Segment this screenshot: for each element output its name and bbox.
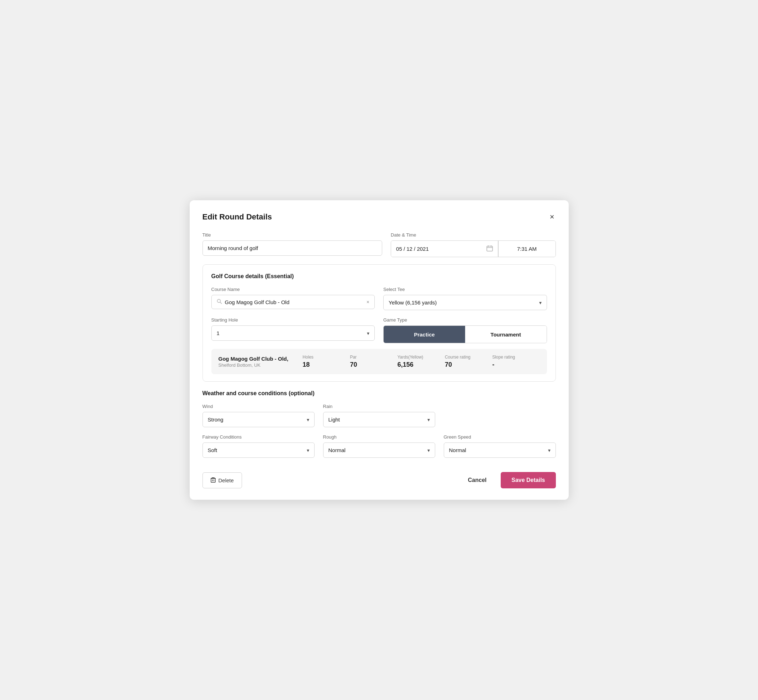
title-datetime-row: Title Date & Time 05 / 12 / 2021 — [202, 232, 556, 257]
green-speed-dropdown[interactable]: SlowNormalFast — [444, 443, 556, 458]
wind-dropdown[interactable]: CalmLightModerate StrongVery Strong — [203, 412, 314, 427]
svg-line-5 — [220, 302, 222, 304]
par-stat: Par 70 — [350, 355, 397, 369]
game-type-toggle: Practice Tournament — [383, 325, 547, 343]
date-time-row: 05 / 12 / 2021 7:31 AM — [391, 241, 556, 257]
holes-label: Holes — [302, 355, 313, 359]
rough-label: Rough — [323, 434, 435, 440]
rain-label: Rain — [323, 404, 435, 409]
holes-value: 18 — [302, 361, 310, 369]
starting-hole-group: Starting Hole 1234 5678 910 ▾ — [211, 317, 375, 343]
fairway-group: Fairway Conditions DryNormalSoftWet ▾ — [202, 434, 315, 458]
wind-group: Wind CalmLightModerate StrongVery Strong… — [202, 404, 315, 427]
datetime-group: Date & Time 05 / 12 / 2021 7: — [391, 232, 556, 257]
select-tee-group: Select Tee Yellow (6,156 yards) White Re… — [383, 287, 547, 310]
footer-right: Cancel Save Details — [462, 472, 556, 488]
modal-title: Edit Round Details — [202, 212, 272, 222]
golf-section-title: Golf Course details (Essential) — [211, 273, 547, 280]
game-type-group: Game Type Practice Tournament — [383, 317, 547, 343]
course-rating-value: 70 — [445, 361, 452, 369]
rain-group: Rain NoneLight ModerateHeavy ▾ — [323, 404, 435, 427]
green-speed-wrapper: SlowNormalFast ▾ — [444, 442, 556, 458]
select-tee-dropdown[interactable]: Yellow (6,156 yards) White Red Blue — [384, 295, 547, 310]
wind-rain-row: Wind CalmLightModerate StrongVery Strong… — [202, 404, 556, 427]
fairway-label: Fairway Conditions — [202, 434, 315, 440]
yards-value: 6,156 — [398, 361, 413, 369]
time-field[interactable]: 7:31 AM — [498, 241, 556, 257]
par-label: Par — [350, 355, 357, 359]
course-stats: Holes 18 Par 70 Yards(Yellow) 6,156 Cour… — [302, 355, 539, 369]
starting-hole-wrapper: 1234 5678 910 ▾ — [211, 325, 375, 341]
title-group: Title — [202, 232, 382, 257]
starting-hole-dropdown[interactable]: 1234 5678 910 — [212, 326, 375, 341]
search-icon — [217, 299, 222, 305]
course-info-row: Gog Magog Golf Club - Old, Shelford Bott… — [211, 349, 547, 374]
save-button[interactable]: Save Details — [501, 472, 556, 488]
rain-wrapper: NoneLight ModerateHeavy ▾ — [323, 412, 435, 427]
practice-button[interactable]: Practice — [384, 326, 465, 343]
course-name-group: Course Name × — [211, 287, 375, 310]
tournament-button[interactable]: Tournament — [465, 326, 547, 343]
green-speed-group: Green Speed SlowNormalFast ▾ — [444, 434, 556, 458]
golf-course-section: Golf Course details (Essential) Course N… — [202, 264, 556, 382]
cancel-button[interactable]: Cancel — [462, 473, 492, 488]
clear-icon[interactable]: × — [366, 299, 370, 305]
game-type-label: Game Type — [383, 317, 547, 323]
rough-group: Rough ShortNormalLong ▾ — [323, 434, 435, 458]
calendar-icon — [487, 245, 493, 253]
title-label: Title — [202, 232, 382, 238]
rough-wrapper: ShortNormalLong ▾ — [323, 442, 435, 458]
rough-dropdown[interactable]: ShortNormalLong — [324, 443, 435, 458]
delete-label: Delete — [219, 477, 234, 483]
slope-rating-stat: Slope rating - — [492, 355, 539, 369]
course-name-input-wrapper: × — [211, 295, 375, 309]
rain-dropdown[interactable]: NoneLight ModerateHeavy — [324, 412, 435, 427]
wind-wrapper: CalmLightModerate StrongVery Strong ▾ — [202, 412, 315, 427]
yards-label: Yards(Yellow) — [398, 355, 423, 359]
edit-round-modal: Edit Round Details × Title Date & Time 0… — [190, 200, 568, 500]
title-input[interactable] — [202, 241, 382, 256]
svg-point-4 — [217, 300, 220, 303]
fairway-rough-green-row: Fairway Conditions DryNormalSoftWet ▾ Ro… — [202, 434, 556, 458]
delete-button[interactable]: Delete — [202, 472, 242, 488]
holes-stat: Holes 18 — [302, 355, 350, 369]
course-rating-stat: Course rating 70 — [445, 355, 492, 369]
par-value: 70 — [350, 361, 357, 369]
datetime-label: Date & Time — [391, 232, 556, 238]
select-tee-label: Select Tee — [383, 287, 547, 292]
course-info-main: Gog Magog Golf Club - Old, Shelford Bott… — [219, 356, 289, 368]
green-speed-label: Green Speed — [444, 434, 556, 440]
course-rating-label: Course rating — [445, 355, 470, 359]
date-field[interactable]: 05 / 12 / 2021 — [391, 241, 498, 257]
trash-icon — [211, 477, 216, 484]
slope-rating-value: - — [492, 361, 494, 369]
svg-rect-0 — [487, 246, 493, 251]
course-info-location: Shelford Bottom, UK — [219, 362, 289, 368]
fairway-wrapper: DryNormalSoftWet ▾ — [202, 442, 315, 458]
close-button[interactable]: × — [548, 212, 556, 222]
wind-label: Wind — [202, 404, 315, 409]
yards-stat: Yards(Yellow) 6,156 — [398, 355, 445, 369]
starting-hole-label: Starting Hole — [211, 317, 375, 323]
course-name-label: Course Name — [211, 287, 375, 292]
slope-rating-label: Slope rating — [492, 355, 515, 359]
course-tee-row: Course Name × Select Tee Yell — [211, 287, 547, 310]
fairway-dropdown[interactable]: DryNormalSoftWet — [203, 443, 314, 458]
time-value: 7:31 AM — [517, 246, 537, 252]
hole-gametype-row: Starting Hole 1234 5678 910 ▾ Game Type … — [211, 317, 547, 343]
course-name-input[interactable] — [225, 299, 364, 305]
weather-section: Weather and course conditions (optional)… — [202, 390, 556, 458]
footer-row: Delete Cancel Save Details — [202, 466, 556, 488]
course-info-name: Gog Magog Golf Club - Old, — [219, 356, 289, 362]
select-tee-wrapper: Yellow (6,156 yards) White Red Blue ▾ — [383, 295, 547, 310]
modal-header: Edit Round Details × — [202, 212, 556, 222]
date-value: 05 / 12 / 2021 — [396, 246, 429, 252]
weather-section-title: Weather and course conditions (optional) — [202, 390, 556, 397]
svg-rect-6 — [211, 478, 215, 482]
